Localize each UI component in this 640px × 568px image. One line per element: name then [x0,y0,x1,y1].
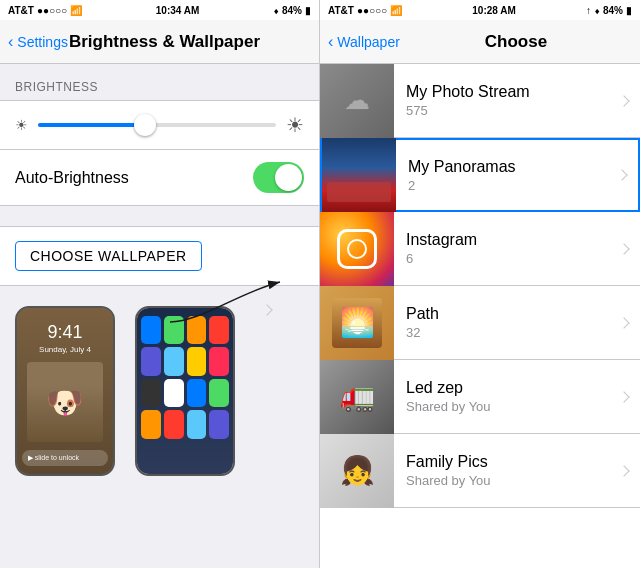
album-thumb-familypics: 👧 [320,434,394,508]
album-count-path: 32 [406,325,608,340]
status-right-group-left: ⬧ 84% ▮ [273,5,311,16]
nav-title-left: Brightness & Wallpaper [68,32,261,52]
toggle-thumb [275,164,302,191]
chevron-path [618,317,629,328]
time-left: 10:34 AM [156,5,200,16]
album-thumb-ledzep: 🚛 [320,360,394,434]
signal-right: ●●○○○ [357,5,387,16]
auto-brightness-label: Auto-Brightness [15,169,129,187]
nav-title-right: Choose [400,32,632,52]
status-right-group-right: ↑ ⬧ 84% ▮ [586,5,632,16]
choose-wallpaper-section: CHOOSE WALLPAPER [0,226,319,286]
lock-date: Sunday, July 4 [39,345,91,354]
right-panel: AT&T ●●○○○ 📶 10:28 AM ↑ ⬧ 84% ▮ ‹ Wallpa… [320,0,640,568]
chevron-panoramas [616,169,627,180]
app-icon [141,379,161,407]
album-thumb-panoramas [322,138,396,212]
lock-screen-preview[interactable]: 9:41 Sunday, July 4 🐶 ▶ slide to unlock [15,306,115,476]
lock-time: 9:41 [47,322,82,343]
app-icon [187,347,207,375]
choose-wallpaper-button[interactable]: CHOOSE WALLPAPER [15,241,202,271]
battery-pct-left: 84% [282,5,302,16]
auto-brightness-toggle[interactable] [253,162,304,193]
album-info-panoramas: My Panoramas 2 [396,158,618,193]
lock-wallpaper-dog: 🐶 [27,362,104,442]
app-icon [141,410,161,438]
album-item-familypics[interactable]: 👧 Family Pics Shared by You [320,434,640,508]
battery-icon-left: ▮ [305,5,311,16]
back-chevron-right: ‹ [328,33,333,51]
album-thumb-instagram [320,212,394,286]
bluetooth-symbol-right: ⬧ [594,5,600,16]
album-count-photostream: 575 [406,103,608,118]
chevron-familypics [618,465,629,476]
back-button-left[interactable]: ‹ Settings [8,33,68,51]
brightness-slider[interactable] [38,123,276,127]
album-item-instagram[interactable]: Instagram 6 [320,212,640,286]
status-left-group: AT&T ●●○○○ 📶 [8,5,82,16]
status-bar-right: AT&T ●●○○○ 📶 10:28 AM ↑ ⬧ 84% ▮ [320,0,640,20]
back-button-right[interactable]: ‹ Wallpaper [328,33,400,51]
carrier-right: AT&T [328,5,354,16]
slider-fill [38,123,145,127]
app-icon [187,410,207,438]
album-count-panoramas: 2 [408,178,606,193]
time-right: 10:28 AM [472,5,516,16]
sun-icon-large: ☀ [286,113,304,137]
album-name-photostream: My Photo Stream [406,83,608,101]
app-icon [164,379,184,407]
chevron-photostream [618,95,629,106]
back-label-right: Wallpaper [337,34,400,50]
album-info-familypics: Family Pics Shared by You [394,453,620,488]
app-icon [209,316,229,344]
bluetooth-icon-right: ↑ [586,5,591,16]
album-info-path: Path 32 [394,305,620,340]
nav-bar-right: ‹ Wallpaper Choose [320,20,640,64]
app-icon [164,410,184,438]
app-icon [187,316,207,344]
slide-to-unlock: ▶ slide to unlock [22,450,108,466]
chevron-instagram [618,243,629,254]
battery-pct-right: 84% [603,5,623,16]
slider-thumb[interactable] [134,114,156,136]
album-item-ledzep[interactable]: 🚛 Led zep Shared by You [320,360,640,434]
album-name-instagram: Instagram [406,231,608,249]
album-item-photostream[interactable]: ☁ My Photo Stream 575 [320,64,640,138]
brightness-section: ☀ ☀ [0,100,319,150]
app-icon [141,347,161,375]
app-icon [164,316,184,344]
wifi-icon-left: 📶 [70,5,82,16]
slide-text: ▶ slide to unlock [28,454,79,462]
home-screen-preview[interactable] [135,306,235,476]
album-info-ledzep: Led zep Shared by You [394,379,620,414]
album-info-photostream: My Photo Stream 575 [394,83,620,118]
signal-left: ●●○○○ [37,5,67,16]
app-icon [187,379,207,407]
app-icon [209,379,229,407]
album-list: ☁ My Photo Stream 575 My Panoramas 2 [320,64,640,568]
app-icon [141,316,161,344]
chevron-ledzep [618,391,629,402]
home-screen-content [137,308,233,474]
sun-icon-small: ☀ [15,117,28,133]
album-item-panoramas[interactable]: My Panoramas 2 [320,138,640,212]
album-name-panoramas: My Panoramas [408,158,606,176]
auto-brightness-row: Auto-Brightness [0,150,319,206]
album-item-path[interactable]: 🌅 Path 32 [320,286,640,360]
album-count-familypics: Shared by You [406,473,608,488]
album-name-ledzep: Led zep [406,379,608,397]
album-count-instagram: 6 [406,251,608,266]
back-label-left: Settings [17,34,68,50]
app-icon [164,347,184,375]
bluetooth-icon-left: ⬧ [273,5,279,16]
carrier-left: AT&T [8,5,34,16]
left-panel: AT&T ●●○○○ 📶 10:34 AM ⬧ 84% ▮ ‹ Settings… [0,0,320,568]
chevron-right-icon [261,304,272,315]
album-name-path: Path [406,305,608,323]
album-count-ledzep: Shared by You [406,399,608,414]
album-thumb-photostream: ☁ [320,64,394,138]
battery-icon-right: ▮ [626,5,632,16]
wallpaper-previews: 9:41 Sunday, July 4 🐶 ▶ slide to unlock [0,286,319,496]
status-bar-left: AT&T ●●○○○ 📶 10:34 AM ⬧ 84% ▮ [0,0,319,20]
wallpaper-chevron [263,306,283,314]
